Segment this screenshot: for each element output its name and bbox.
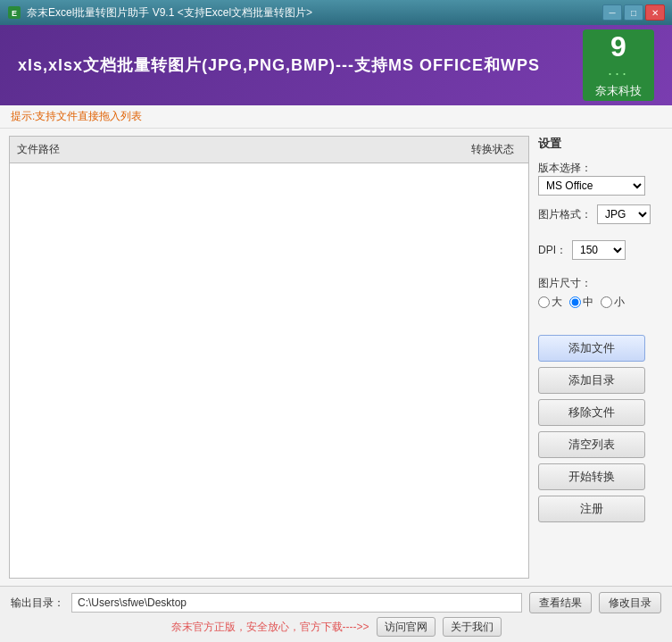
start-convert-button[interactable]: 开始转换 [538, 463, 645, 490]
dpi-label: DPI： [538, 243, 567, 258]
size-label: 图片尺寸： [538, 276, 663, 291]
company-name: 奈末科技 [595, 83, 642, 99]
output-path-input[interactable] [71, 593, 522, 613]
status-column-header: 转换状态 [457, 140, 528, 159]
modify-dir-button[interactable]: 修改目录 [599, 592, 661, 613]
format-row: 图片格式： JPG PNG BMP [538, 204, 663, 224]
company-logo: 9 ... 奈末科技 [583, 29, 654, 101]
minimize-button[interactable]: ─ [602, 4, 622, 21]
size-small-option[interactable]: 小 [601, 295, 625, 310]
logo-dots: ... [608, 61, 629, 79]
settings-title-text: 设置 [538, 136, 663, 152]
footer: 输出目录： 查看结果 修改目录 奈末官方正版，安全放心，官方下载---->> 访… [0, 586, 672, 642]
main-window: xls,xlsx文档批量转图片(JPG,PNG,BMP)---支持MS OFFI… [0, 25, 672, 642]
file-list-body[interactable] [10, 163, 528, 578]
view-results-button[interactable]: 查看结果 [529, 592, 592, 613]
dpi-row: DPI： 72 96 150 200 300 [538, 240, 663, 260]
add-dir-button[interactable]: 添加目录 [538, 367, 645, 394]
path-column-header: 文件路径 [10, 140, 457, 159]
app-icon: E [7, 5, 21, 20]
window-controls: ─ □ ✕ [602, 4, 665, 21]
file-list-panel: 文件路径 转换状态 [9, 136, 529, 579]
title-bar: E 奈末Excel批量转图片助手 V9.1 <支持Excel文档批量转图片> ─… [0, 0, 672, 25]
close-button[interactable]: ✕ [645, 4, 665, 21]
about-us-button[interactable]: 关于我们 [443, 617, 502, 637]
output-row: 输出目录： 查看结果 修改目录 [11, 592, 661, 613]
app-title: xls,xlsx文档批量转图片(JPG,PNG,BMP)---支持MS OFFI… [18, 54, 654, 76]
action-buttons: 添加文件 添加目录 移除文件 清空列表 开始转换 注册 [538, 335, 663, 522]
window-title: 奈末Excel批量转图片助手 V9.1 <支持Excel文档批量转图片> [27, 5, 602, 21]
file-list-header: 文件路径 转换状态 [10, 137, 528, 163]
content-area: 文件路径 转换状态 设置 版本选择： MS Office WPS 图片格式： [0, 129, 672, 586]
size-medium-option[interactable]: 中 [569, 295, 593, 310]
format-label: 图片格式： [538, 207, 592, 222]
version-label: 版本选择： [538, 161, 663, 176]
size-small-radio[interactable] [601, 296, 612, 308]
copyright-text: 奈末官方正版，安全放心，官方下载---->> [171, 620, 369, 635]
output-label: 输出目录： [11, 596, 64, 611]
size-medium-label: 中 [583, 295, 593, 310]
version-row: 版本选择： MS Office WPS [538, 161, 663, 196]
remove-file-button[interactable]: 移除文件 [538, 399, 645, 426]
size-medium-radio[interactable] [569, 296, 581, 308]
size-large-radio[interactable] [538, 296, 550, 308]
register-button[interactable]: 注册 [538, 496, 645, 522]
size-large-label: 大 [552, 295, 562, 310]
svg-text:E: E [12, 9, 17, 18]
clear-list-button[interactable]: 清空列表 [538, 431, 645, 458]
dpi-select[interactable]: 72 96 150 200 300 [572, 240, 626, 260]
hint-bar: 提示:支持文件直接拖入列表 [0, 105, 672, 129]
logo-number: 9 [610, 32, 626, 61]
size-small-label: 小 [614, 295, 625, 310]
add-file-button[interactable]: 添加文件 [538, 335, 645, 362]
header-banner: xls,xlsx文档批量转图片(JPG,PNG,BMP)---支持MS OFFI… [0, 25, 672, 105]
settings-panel: 设置 版本选择： MS Office WPS 图片格式： JPG PNG BMP [538, 136, 663, 579]
copyright-row: 奈末官方正版，安全放心，官方下载---->> 访问官网 关于我们 [11, 617, 661, 637]
size-large-option[interactable]: 大 [538, 295, 562, 310]
format-select[interactable]: JPG PNG BMP [597, 204, 651, 224]
version-select[interactable]: MS Office WPS [538, 176, 645, 196]
maximize-button[interactable]: □ [624, 4, 643, 21]
size-radio-group: 大 中 小 [538, 295, 663, 310]
hint-text: 提示:支持文件直接拖入列表 [11, 110, 142, 122]
visit-website-button[interactable]: 访问官网 [377, 617, 436, 637]
size-section: 图片尺寸： 大 中 小 [538, 276, 663, 317]
